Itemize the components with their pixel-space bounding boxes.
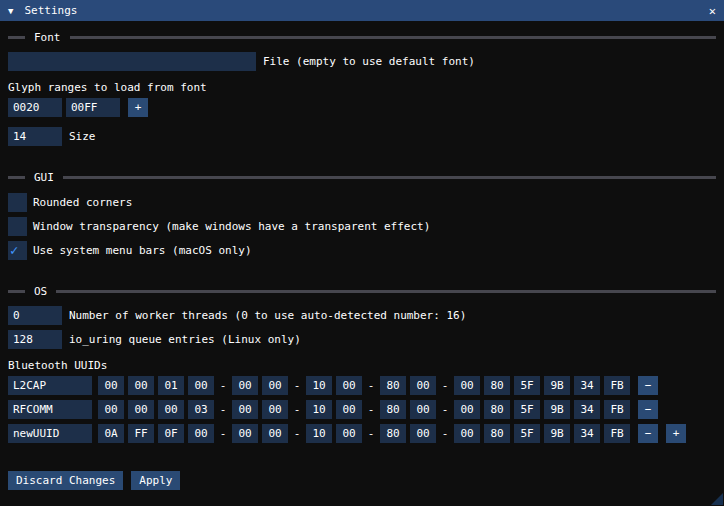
uuid-name-input[interactable]	[8, 400, 92, 419]
uuid-byte-input[interactable]	[574, 424, 600, 443]
font-file-input[interactable]	[8, 52, 256, 71]
uuid-byte-input[interactable]	[410, 376, 436, 395]
uuid-remove-button[interactable]: −	[638, 424, 658, 443]
resize-grip[interactable]	[711, 493, 723, 505]
uuid-byte-input[interactable]	[306, 376, 332, 395]
uuid-byte-input[interactable]	[98, 376, 124, 395]
bluetooth-uuid-list: ----−----−----−+	[8, 372, 686, 443]
uuid-byte-input[interactable]	[98, 424, 124, 443]
uuid-byte-input[interactable]	[574, 376, 600, 395]
window-title: Settings	[24, 4, 77, 17]
bluetooth-uuid-row: ----−+	[8, 424, 686, 443]
add-glyph-range-button[interactable]: +	[128, 98, 148, 117]
uuid-byte-input[interactable]	[336, 376, 362, 395]
uuid-byte-input[interactable]	[544, 376, 570, 395]
uuid-byte-input[interactable]	[262, 424, 288, 443]
close-icon[interactable]: ✕	[709, 4, 716, 18]
checkbox-box[interactable]: ✓	[8, 241, 27, 260]
uuid-byte-input[interactable]	[454, 424, 480, 443]
settings-window: ▼ Settings ✕ Font File (empty to use def…	[0, 0, 724, 506]
uuid-byte-input[interactable]	[232, 376, 258, 395]
uuid-group-dash: -	[440, 379, 450, 392]
apply-button[interactable]: Apply	[131, 471, 180, 490]
checkbox-system-menu-bars[interactable]: ✓ Use system menu bars (macOS only)	[8, 241, 252, 260]
titlebar: ▼ Settings ✕	[0, 0, 724, 21]
uuid-byte-input[interactable]	[158, 376, 184, 395]
uuid-byte-input[interactable]	[188, 400, 214, 419]
font-section-title: Font	[34, 31, 61, 44]
uuid-byte-input[interactable]	[232, 424, 258, 443]
bluetooth-uuid-row: ----−	[8, 376, 686, 395]
uuid-group-dash: -	[366, 427, 376, 440]
checkbox-label: Window transparency (make windows have a…	[33, 220, 430, 233]
bluetooth-uuids-label: Bluetooth UUIDs	[8, 359, 107, 372]
checkbox-rounded-corners[interactable]: ✓ Rounded corners	[8, 193, 132, 212]
separator-line	[8, 36, 25, 39]
uuid-name-input[interactable]	[8, 424, 92, 443]
uuid-byte-input[interactable]	[380, 376, 406, 395]
uuid-byte-input[interactable]	[410, 424, 436, 443]
uuid-byte-input[interactable]	[128, 400, 154, 419]
uuid-name-input[interactable]	[8, 376, 92, 395]
uuid-byte-input[interactable]	[188, 376, 214, 395]
uuid-byte-input[interactable]	[158, 400, 184, 419]
uuid-byte-input[interactable]	[380, 400, 406, 419]
glyph-range-start-input[interactable]	[8, 98, 62, 117]
uuid-byte-input[interactable]	[454, 376, 480, 395]
uuid-byte-input[interactable]	[128, 376, 154, 395]
uuid-remove-button[interactable]: −	[638, 400, 658, 419]
uuid-byte-input[interactable]	[604, 424, 630, 443]
uuid-remove-button[interactable]: −	[638, 376, 658, 395]
uuid-byte-input[interactable]	[336, 400, 362, 419]
separator-line	[56, 290, 716, 293]
uuid-byte-input[interactable]	[188, 424, 214, 443]
worker-threads-input[interactable]	[8, 306, 62, 325]
uuid-byte-input[interactable]	[262, 400, 288, 419]
checkbox-window-transparency[interactable]: ✓ Window transparency (make windows have…	[8, 217, 430, 236]
checkbox-label: Use system menu bars (macOS only)	[33, 244, 252, 257]
uuid-byte-input[interactable]	[262, 376, 288, 395]
uuid-byte-input[interactable]	[336, 424, 362, 443]
uuid-byte-input[interactable]	[128, 424, 154, 443]
glyph-ranges-label: Glyph ranges to load from font	[8, 81, 207, 94]
discard-changes-button[interactable]: Discard Changes	[8, 471, 123, 490]
uuid-byte-input[interactable]	[98, 400, 124, 419]
font-size-label: Size	[69, 130, 96, 143]
uuid-group-dash: -	[440, 427, 450, 440]
uuid-byte-input[interactable]	[544, 400, 570, 419]
separator-line	[63, 176, 716, 179]
section-header-os: OS	[8, 285, 716, 298]
checkmark-icon: ✓	[10, 242, 18, 258]
separator-line	[8, 290, 25, 293]
uuid-byte-input[interactable]	[410, 400, 436, 419]
io-uring-entries-label: io_uring queue entries (Linux only)	[69, 333, 301, 346]
uuid-byte-input[interactable]	[544, 424, 570, 443]
checkbox-box[interactable]: ✓	[8, 217, 27, 236]
uuid-byte-input[interactable]	[306, 400, 332, 419]
section-header-gui: GUI	[8, 171, 716, 184]
uuid-byte-input[interactable]	[514, 400, 540, 419]
uuid-byte-input[interactable]	[484, 424, 510, 443]
io-uring-entries-input[interactable]	[8, 330, 62, 349]
uuid-group-dash: -	[366, 379, 376, 392]
font-size-input[interactable]	[8, 127, 62, 146]
uuid-byte-input[interactable]	[484, 400, 510, 419]
uuid-byte-input[interactable]	[232, 400, 258, 419]
glyph-range-end-input[interactable]	[66, 98, 120, 117]
checkbox-box[interactable]: ✓	[8, 193, 27, 212]
uuid-add-button[interactable]: +	[666, 424, 686, 443]
uuid-byte-input[interactable]	[158, 424, 184, 443]
section-header-font: Font	[8, 31, 716, 44]
uuid-byte-input[interactable]	[514, 424, 540, 443]
uuid-byte-input[interactable]	[604, 400, 630, 419]
uuid-group-dash: -	[218, 403, 228, 416]
uuid-byte-input[interactable]	[574, 400, 600, 419]
collapse-arrow-icon[interactable]: ▼	[8, 6, 13, 16]
worker-threads-label: Number of worker threads (0 to use auto-…	[69, 309, 466, 322]
uuid-byte-input[interactable]	[514, 376, 540, 395]
uuid-byte-input[interactable]	[454, 400, 480, 419]
uuid-byte-input[interactable]	[306, 424, 332, 443]
uuid-byte-input[interactable]	[380, 424, 406, 443]
uuid-byte-input[interactable]	[604, 376, 630, 395]
uuid-byte-input[interactable]	[484, 376, 510, 395]
